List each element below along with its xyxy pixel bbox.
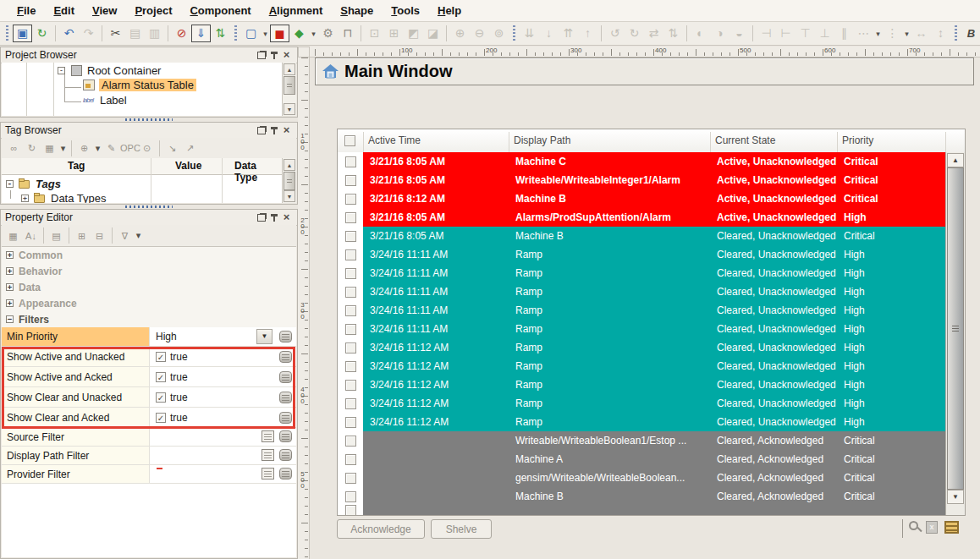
- paste-icon[interactable]: ▥: [145, 25, 164, 42]
- menu-item[interactable]: File: [8, 2, 45, 19]
- category-toggle-icon[interactable]: +: [6, 251, 14, 259]
- select-tool-icon[interactable]: ⊡: [365, 25, 384, 42]
- find-tag-icon[interactable]: ∞: [5, 140, 23, 156]
- cut-icon[interactable]: ✂: [106, 25, 125, 42]
- separator[interactable]: [159, 140, 160, 156]
- alarm-row[interactable]: Machine A Cleared, Acknowledged Critical: [338, 450, 965, 469]
- row-checkbox[interactable]: [345, 175, 356, 186]
- menu-item[interactable]: Project: [126, 2, 181, 19]
- scroll-thumb[interactable]: [284, 76, 295, 95]
- category-toggle-icon[interactable]: +: [6, 283, 14, 291]
- export-tags-icon[interactable]: ↗: [181, 140, 199, 156]
- column-header[interactable]: Display Path: [514, 134, 570, 146]
- pin-icon[interactable]: [267, 50, 280, 61]
- pin-icon[interactable]: [267, 212, 280, 223]
- property-label[interactable]: Show Active and Unacked: [2, 347, 150, 366]
- binding-icon[interactable]: [279, 371, 292, 383]
- preview-gears-icon[interactable]: ⚙: [318, 25, 338, 42]
- db-save-icon[interactable]: ⇓: [191, 25, 211, 42]
- filter-dropdown[interactable]: ▾: [134, 230, 143, 241]
- row-checkbox[interactable]: [345, 343, 356, 353]
- shape-subtract-icon[interactable]: ◒: [729, 25, 749, 42]
- separator[interactable]: [55, 25, 56, 41]
- undo-icon[interactable]: ↶: [59, 25, 79, 42]
- binding-icon[interactable]: [279, 449, 292, 461]
- row-checkbox[interactable]: [345, 436, 356, 447]
- send-backward-icon[interactable]: ⇊: [520, 25, 539, 42]
- row-checkbox[interactable]: [345, 156, 356, 167]
- property-label[interactable]: Show Active and Acked: [2, 367, 150, 386]
- property-label[interactable]: Display Path Filter: [2, 447, 150, 464]
- alarm-row[interactable]: 3/24/16 11:12 AM Ramp Cleared, Unacknowl…: [338, 394, 965, 413]
- property-category[interactable]: + Common: [2, 247, 296, 263]
- bring-forward-icon[interactable]: ⇈: [559, 25, 578, 42]
- row-checkbox[interactable]: [345, 194, 356, 205]
- component-dropdown[interactable]: ▾: [309, 30, 318, 38]
- scroll-down-icon[interactable]: ▼: [284, 190, 295, 202]
- alarm-row[interactable]: 3/24/16 11:11 AM Ramp Cleared, Unacknowl…: [338, 245, 965, 264]
- column-header[interactable]: Active Time: [368, 134, 421, 146]
- align-bottom-icon[interactable]: ⊥: [815, 25, 834, 42]
- alarm-row[interactable]: 3/24/16 11:12 AM Ramp Cleared, Unacknowl…: [338, 357, 965, 375]
- import-tags-icon[interactable]: ↘: [163, 140, 181, 156]
- alarm-row[interactable]: 3/24/16 11:11 AM Ramp Cleared, Unacknowl…: [338, 282, 965, 301]
- show-description-icon[interactable]: ▤: [47, 228, 65, 244]
- row-checkbox[interactable]: [345, 380, 356, 391]
- alarm-row[interactable]: 3/24/16 11:12 AM Ramp Cleared, Unacknowl…: [338, 338, 965, 357]
- alarm-row[interactable]: Machine B Cleared, Acknowledged Critical: [338, 487, 965, 506]
- edit-text-icon[interactable]: [262, 430, 274, 442]
- align-left-icon[interactable]: ⊣: [757, 25, 776, 42]
- alarm-row[interactable]: 3/24/16 11:12 AM Ramp Cleared, Unacknowl…: [338, 413, 965, 431]
- row-checkbox[interactable]: [345, 231, 356, 242]
- align-right-icon[interactable]: ⊢: [776, 25, 796, 42]
- row-checkbox[interactable]: [345, 249, 356, 260]
- row-checkbox[interactable]: [345, 454, 356, 465]
- float-icon[interactable]: [255, 212, 267, 223]
- tag-browser-scrollbar[interactable]: ▲ ▼: [282, 158, 296, 203]
- update-project-icon[interactable]: ↻: [32, 25, 52, 42]
- toolbar-grip[interactable]: [513, 25, 515, 42]
- view-dropdown[interactable]: ▾: [58, 143, 68, 154]
- collapse-toggle-icon[interactable]: -: [6, 180, 14, 188]
- center-vertical-icon[interactable]: ⋯: [854, 25, 873, 42]
- refresh-providers-icon[interactable]: ↻: [23, 140, 41, 156]
- new-tag-icon[interactable]: ⊕: [75, 140, 93, 156]
- shape-intersect-icon[interactable]: ◑: [710, 25, 729, 42]
- flip-vertical-icon[interactable]: ⇅: [663, 25, 683, 42]
- same-height-icon[interactable]: ↕: [931, 25, 950, 42]
- lock-icon[interactable]: ⊓: [338, 25, 357, 42]
- column-header[interactable]: Current State: [715, 134, 775, 146]
- align-top-icon[interactable]: ⊤: [796, 25, 815, 42]
- row-checkbox[interactable]: [345, 417, 356, 428]
- bring-to-front-icon[interactable]: ↑: [578, 25, 597, 42]
- db-rollback-icon[interactable]: ⊘: [172, 25, 191, 42]
- redo-icon[interactable]: ↷: [79, 25, 98, 42]
- property-label[interactable]: Show Clear and Unacked: [2, 387, 150, 407]
- separator[interactable]: [102, 25, 102, 41]
- toolbar-grip[interactable]: [6, 25, 8, 42]
- row-checkbox[interactable]: [345, 212, 356, 223]
- separator[interactable]: [601, 25, 602, 41]
- distribute-vertical-icon[interactable]: ⋮: [883, 25, 902, 42]
- splitter-handle[interactable]: [125, 206, 173, 208]
- menu-item[interactable]: Alignment: [261, 2, 333, 19]
- distribute-dropdown[interactable]: ▾: [902, 30, 911, 38]
- tag-table-view-icon[interactable]: ▦: [41, 140, 58, 156]
- property-label[interactable]: Source Filter: [2, 428, 150, 446]
- binding-icon[interactable]: [279, 412, 292, 424]
- column-header[interactable]: Priority: [842, 134, 873, 146]
- property-label[interactable]: Provider Filter: [2, 465, 150, 483]
- pin-icon[interactable]: [267, 125, 280, 136]
- alarm-row[interactable]: 3/21/16 8:12 AM Machine B Active, Unackn…: [338, 189, 965, 208]
- scroll-thumb[interactable]: [284, 172, 295, 190]
- min-priority-value[interactable]: High: [156, 331, 177, 343]
- categorize-icon[interactable]: ▦: [4, 228, 22, 244]
- separator[interactable]: [168, 25, 168, 41]
- marquee-tool-icon[interactable]: ⊞: [384, 25, 404, 42]
- menu-item[interactable]: Component: [181, 2, 260, 19]
- save-icon[interactable]: ▣: [13, 25, 32, 42]
- category-toggle-icon[interactable]: +: [6, 267, 14, 275]
- alarm-status-table[interactable]: Active TimeDisplay PathCurrent StatePrio…: [337, 129, 966, 516]
- scan-class-icon[interactable]: ⊙: [138, 140, 156, 156]
- splitter-handle[interactable]: [125, 118, 173, 121]
